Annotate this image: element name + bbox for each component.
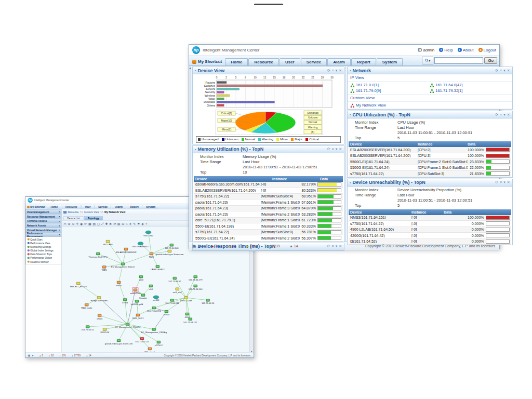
alarm-minor-counter[interactable]: ▲176: [59, 354, 66, 357]
table-row[interactable]: 5500G-EI(161.71.64.24)[CPU:Frame:1 Slot:…: [349, 165, 511, 171]
custom-view-item-link[interactable]: My Network View: [350, 102, 510, 108]
menu-item-report[interactable]: Report: [351, 58, 376, 65]
alarm-info-counter[interactable]: ▲14: [86, 354, 91, 357]
table-row[interactable]: gsolab-fedora.gso.3com.com(161.71.64.94)…: [194, 182, 343, 188]
diamond-icon[interactable]: ◈: [141, 222, 144, 225]
topology-node[interactable]: gsolab-fedora.gso.3com.com: [105, 339, 133, 345]
topology-node[interactable]: EC_Management_7900Tel: [115, 323, 140, 329]
topology-node[interactable]: 161.71.64.179: [189, 275, 203, 281]
expand-icon[interactable]: ⤢: [101, 222, 104, 225]
admin-user-link[interactable]: ▮admin: [418, 48, 434, 52]
add-icon[interactable]: ✚: [105, 222, 108, 225]
menu-item-alarm[interactable]: Alarm: [112, 205, 126, 209]
ip-subnet-link[interactable]: 161.71.0.0[1]: [350, 82, 430, 88]
collapse-icon[interactable]: ▾: [336, 147, 338, 151]
monitor-icon[interactable]: ▣: [28, 354, 30, 357]
collapse-icon[interactable]: ▾: [503, 113, 506, 117]
topology-node[interactable]: ESLAB2003SERVER: [116, 248, 137, 254]
menu-icon[interactable]: ≡: [332, 147, 334, 151]
layout-icon[interactable]: ▦: [88, 222, 91, 225]
close-icon[interactable]: ✕: [507, 113, 510, 117]
topology-node[interactable]: 5500_50.21: [132, 314, 144, 320]
topology-node[interactable]: LAB3 LEVEL2: [151, 265, 165, 271]
topology-node[interactable]: WX-LAB6: [103, 240, 113, 246]
topology-node[interactable]: switch5500: [130, 288, 141, 295]
topology-node[interactable]: 161.71.64.104: [189, 285, 203, 290]
custom-view-link[interactable]: Custom View: [348, 95, 512, 102]
refresh-icon[interactable]: ⟳: [327, 147, 330, 151]
search-scope-dropdown[interactable]: ▾: [422, 57, 433, 64]
topology-node[interactable]: 161.71.64.244: [165, 299, 179, 304]
menu-item-user[interactable]: User: [81, 205, 94, 209]
menu-item-service[interactable]: Service: [301, 58, 327, 65]
table-row[interactable]: 4900 L2LAB(161.71.64.50)[-0]0.000%: [349, 227, 511, 233]
refresh-icon[interactable]: ⟳: [495, 69, 498, 73]
table-row[interactable]: s7750(161.71.64.22)[CPU:SubSlot:3]21.833…: [349, 171, 511, 177]
menu-icon[interactable]: ≡: [500, 69, 502, 73]
sidebar-item-data-shown-in-tops[interactable]: Data Shown in Tops: [26, 252, 61, 256]
map-icon[interactable]: ⊡: [122, 222, 124, 225]
ip-view-link[interactable]: IP View: [348, 74, 512, 82]
table-row[interactable]: ESLAB2003SERVER(161.71.64.200)[CPU:2]100…: [349, 147, 511, 153]
home-icon[interactable]: ⌂: [126, 222, 128, 225]
scroll-down-icon[interactable]: ▼: [250, 350, 252, 352]
topology-node[interactable]: 161.71.64.151: [135, 337, 149, 343]
sidebar-item-quick-start[interactable]: Quick Start: [26, 237, 61, 241]
table-row[interactable]: s7750(161.71.64.22)[Memory:SubSlot:0]56.…: [194, 230, 343, 236]
table-row[interactable]: NMS3(161.71.64.151)[-0]100.000%: [349, 215, 511, 221]
topology-node[interactable]: MwCELL_Ex11.0: [70, 282, 87, 288]
menu-item-report[interactable]: Report: [126, 205, 142, 209]
collapse-icon[interactable]: ▾: [503, 69, 506, 73]
table-row[interactable]: paola(161.71.64.23)[Memory:Frame:1 Slot:…: [194, 200, 343, 206]
alarm-critical-counter[interactable]: ▲3: [39, 354, 43, 357]
topology-node[interactable]: s500: [139, 275, 144, 281]
help-link[interactable]: ?Help: [439, 48, 453, 52]
table-row[interactable]: ESLAB2003SERVER(161.71.64.200)[CPU:3]100…: [349, 153, 511, 159]
collapse-icon[interactable]: ▾: [336, 244, 338, 248]
menu-item-resource[interactable]: Resource: [248, 58, 278, 65]
topology-node[interactable]: s9505: [97, 314, 103, 320]
sidebar-item-performance-option[interactable]: Performance Option: [26, 256, 61, 260]
topology-node[interactable]: WAN: [102, 266, 107, 272]
topology-node[interactable]: 161.71.64.196: [147, 307, 161, 312]
topology-node[interactable]: WAN_radio: [81, 303, 92, 309]
topology-node[interactable]: s7904: [122, 298, 128, 304]
about-link[interactable]: iAbout: [458, 48, 474, 52]
sidebar-section-resource-management[interactable]: Resource Management▾: [25, 214, 61, 219]
tab-device-list[interactable]: Device List: [63, 216, 84, 220]
refresh-icon[interactable]: ⟳: [327, 69, 330, 73]
menu-item-home[interactable]: Home: [225, 58, 248, 65]
menu-item-home[interactable]: Home: [47, 205, 61, 209]
topology-node[interactable]: RIG TRAINING2: [132, 242, 149, 248]
topology-node[interactable]: s3600: [116, 281, 122, 287]
topology-node[interactable]: EC_Management_2300Ag: [141, 328, 167, 334]
close-icon[interactable]: ✕: [507, 180, 510, 184]
sidebar-item-global-index-settings[interactable]: Global Index Settings: [26, 249, 61, 252]
sidebar-item-performance-view[interactable]: Performance View: [26, 241, 61, 245]
refresh-icon[interactable]: ⟳: [327, 244, 330, 248]
close-icon[interactable]: ✕: [339, 69, 342, 73]
menu-icon[interactable]: ≡: [500, 113, 502, 117]
sidebar-section-view-management[interactable]: View Management▾: [25, 209, 61, 214]
close-icon[interactable]: ✕: [339, 244, 342, 248]
ip-subnet-link[interactable]: 161.71.79.0[9]: [350, 88, 430, 94]
zoom-out-icon[interactable]: ⊖: [72, 222, 74, 225]
table-row[interactable]: paola(161.71.64.23)[Memory:Frame:2 Slot:…: [194, 211, 343, 218]
menu-item-resource[interactable]: Resource: [62, 205, 81, 209]
alarm-recovered-counter[interactable]: ▲17739: [71, 354, 81, 357]
edit-icon[interactable]: ✎: [133, 222, 136, 225]
alarm-info-counter[interactable]: ▲14: [289, 244, 298, 248]
ip-subnet-link[interactable]: 161.71.64.0[47]: [430, 82, 509, 88]
swap-icon[interactable]: ⇄: [113, 222, 116, 225]
arrow-icon[interactable]: ➤: [129, 222, 131, 225]
sidebar-item-monitoring-settings[interactable]: Monitoring Settings: [26, 245, 61, 248]
fit-icon[interactable]: ◻: [97, 222, 100, 225]
search-input[interactable]: [434, 57, 483, 64]
alarm-major-counter[interactable]: ▲92: [48, 354, 54, 357]
table-row[interactable]: s7750(161.71.64.22)[-0]0.000%: [349, 221, 511, 227]
go-button[interactable]: Go: [484, 57, 497, 64]
ip-subnet-link[interactable]: 161.71.79.32[1]: [430, 88, 509, 94]
topology-node[interactable]: NMS: [149, 252, 154, 258]
topology-node[interactable]: 4900 L2LAB: [180, 297, 192, 302]
topology-node[interactable]: s7750-2: [155, 341, 163, 347]
